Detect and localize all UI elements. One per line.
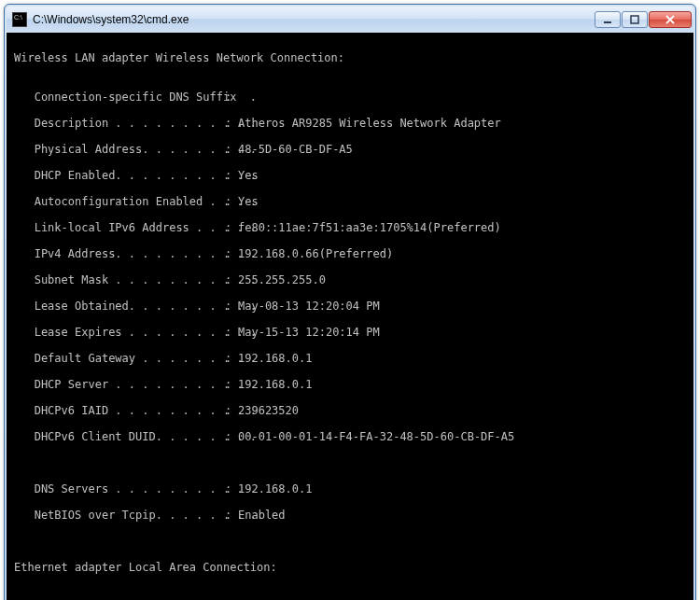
wlan-netbios: NetBIOS over Tcpip. . . . . . . .: Enabl…	[14, 509, 686, 522]
cmd-icon	[12, 12, 27, 27]
section-header-ethernet: Ethernet adapter Local Area Connection:	[14, 561, 277, 574]
console-output[interactable]: Wireless LAN adapter Wireless Network Co…	[7, 33, 693, 600]
wlan-lease-obtained: Lease Obtained. . . . . . . . . .: May-0…	[14, 300, 686, 313]
wlan-subnet-mask: Subnet Mask . . . . . . . . . . .: 255.2…	[14, 273, 686, 286]
window-controls	[595, 11, 692, 28]
close-button[interactable]	[649, 11, 692, 28]
wlan-description: Description . . . . . . . . . . .: Ather…	[14, 117, 686, 130]
section-header-wlan: Wireless LAN adapter Wireless Network Co…	[14, 51, 344, 64]
maximize-button[interactable]	[622, 11, 648, 28]
wlan-dns-servers: DNS Servers . . . . . . . . . . .: 192.1…	[14, 482, 686, 495]
titlebar[interactable]: C:\Windows\system32\cmd.exe	[7, 7, 693, 33]
wlan-gateway: Default Gateway . . . . . . . . .: 192.1…	[14, 352, 686, 365]
cmd-window: C:\Windows\system32\cmd.exe Wireless LAN…	[4, 4, 696, 600]
wlan-ipv4: IPv4 Address. . . . . . . . . . .: 192.1…	[14, 247, 686, 260]
wlan-lease-expires: Lease Expires . . . . . . . . . .: May-1…	[14, 326, 686, 339]
wlan-dns-suffix: Connection-specific DNS Suffix .:	[14, 91, 686, 104]
wlan-linklocal-ipv6: Link-local IPv6 Address . . . . .: fe80:…	[14, 221, 686, 234]
window-title: C:\Windows\system32\cmd.exe	[33, 13, 595, 26]
wlan-autoconfig: Autoconfiguration Enabled . . . .: Yes	[14, 195, 686, 208]
wlan-dhcpv6-iaid: DHCPv6 IAID . . . . . . . . . . .: 23962…	[14, 404, 686, 417]
wlan-dhcp-enabled: DHCP Enabled. . . . . . . . . . .: Yes	[14, 169, 686, 182]
wlan-dhcpv6-duid: DHCPv6 Client DUID. . . . . . . .: 00-01…	[14, 430, 686, 443]
svg-rect-0	[604, 21, 611, 23]
svg-rect-1	[631, 16, 638, 23]
wlan-dhcp-server: DHCP Server . . . . . . . . . . .: 192.1…	[14, 378, 686, 391]
wlan-physical-address: Physical Address. . . . . . . . .: 48-5D…	[14, 143, 686, 156]
minimize-button[interactable]	[595, 11, 621, 28]
